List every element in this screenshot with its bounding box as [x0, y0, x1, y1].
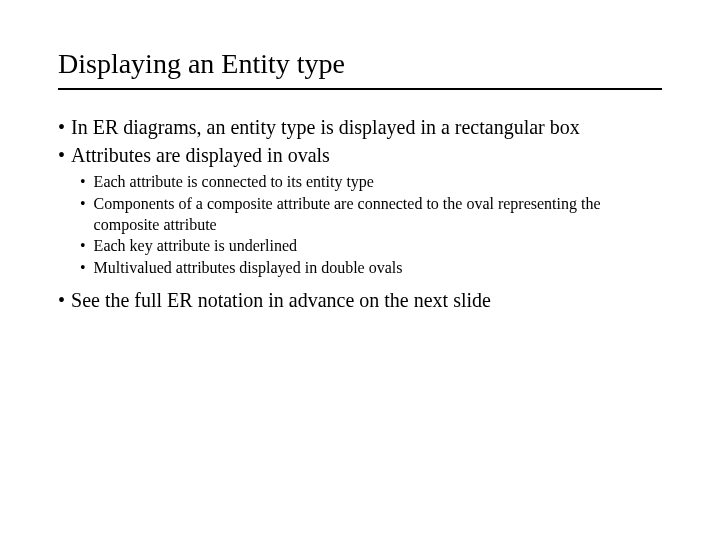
bullet-sub-2: • Components of a composite attribute ar…: [80, 194, 662, 236]
bullet-sub-2-text: Components of a composite attribute are …: [94, 194, 662, 236]
bullet-sub-4-text: Multivalued attributes displayed in doub…: [94, 258, 403, 279]
bullet-dot: •: [58, 114, 65, 140]
bullet-sub-1: • Each attribute is connected to its ent…: [80, 172, 662, 193]
bullet-dot: •: [80, 194, 86, 236]
bullet-dot: •: [80, 172, 86, 193]
title-divider: [58, 88, 662, 90]
bullet-sub-4: • Multivalued attributes displayed in do…: [80, 258, 662, 279]
bullet-sub-3: • Each key attribute is underlined: [80, 236, 662, 257]
bullet-dot: •: [58, 287, 65, 313]
bullet-dot: •: [80, 236, 86, 257]
bullet-main-1: • In ER diagrams, an entity type is disp…: [58, 114, 662, 140]
bullet-dot: •: [58, 142, 65, 168]
bullet-main-3: • See the full ER notation in advance on…: [58, 287, 662, 313]
bullet-main-2: • Attributes are displayed in ovals: [58, 142, 662, 168]
sub-bullet-group: • Each attribute is connected to its ent…: [58, 172, 662, 279]
bullet-main-3-text: See the full ER notation in advance on t…: [71, 287, 491, 313]
bullet-dot: •: [80, 258, 86, 279]
bullet-sub-3-text: Each key attribute is underlined: [94, 236, 297, 257]
slide-title: Displaying an Entity type: [58, 48, 662, 80]
bullet-main-2-text: Attributes are displayed in ovals: [71, 142, 330, 168]
bullet-main-1-text: In ER diagrams, an entity type is displa…: [71, 114, 580, 140]
bullet-sub-1-text: Each attribute is connected to its entit…: [94, 172, 374, 193]
